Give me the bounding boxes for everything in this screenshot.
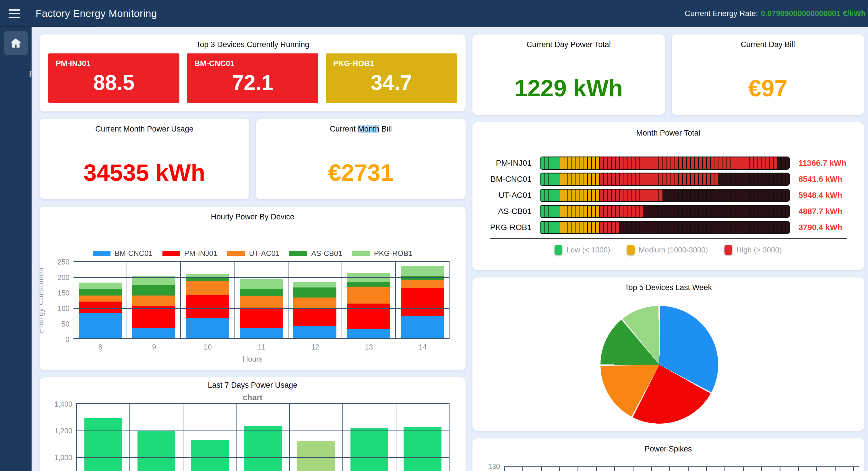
bar-segment	[722, 189, 726, 201]
bar-segment	[663, 222, 666, 233]
legend-label: BM-CNC01	[115, 249, 153, 258]
bar-segment	[612, 157, 615, 169]
bar-segment	[640, 189, 643, 201]
bar-segment	[540, 222, 544, 233]
gridline	[73, 293, 450, 293]
legend-label: AS-CB01	[311, 249, 342, 258]
axis-tick	[559, 467, 560, 471]
bar-segment	[786, 222, 789, 233]
bar-segment	[711, 189, 714, 201]
bar-segment	[766, 222, 770, 233]
bar-segment	[683, 206, 686, 217]
hourly-legend: BM-CNC01PM-INJ01UT-AC01AS-CB01PKG-ROB1	[40, 251, 466, 256]
month-stats-row: Current Month Power Usage 34535 kWh Curr…	[40, 119, 466, 199]
device-kwh-value: 11366.7 kWh	[799, 158, 853, 168]
bar-segment	[770, 206, 773, 217]
rate-label: Current Energy Rate:	[685, 9, 758, 18]
bar-segment	[742, 174, 746, 185]
right-column: Current Day Power Total 1229 kWh Current…	[472, 34, 864, 471]
bar-segment	[707, 189, 710, 201]
bar-segment	[667, 157, 671, 169]
bar-segment	[564, 189, 568, 201]
bar-segment	[691, 222, 694, 233]
device-label: UT-AC01	[482, 191, 532, 200]
sidebar-item-home[interactable]	[4, 31, 28, 55]
bar-segment-PKG-ROB1	[240, 279, 283, 290]
bar-segment	[746, 189, 750, 201]
bar-segment	[627, 157, 631, 169]
bar-segment	[616, 206, 619, 217]
bar-segment-PM-INJ01	[186, 295, 229, 318]
bar-segment	[731, 222, 734, 233]
bar-segment	[742, 206, 746, 217]
bar-segment	[627, 222, 631, 233]
bar-segment	[671, 206, 675, 217]
bar-segment	[683, 222, 686, 233]
bar-segment	[564, 206, 568, 217]
bar-group	[181, 262, 235, 338]
bar-segment	[738, 174, 742, 185]
bar-segment	[746, 206, 750, 217]
bar-segment-BM-CNC01	[347, 329, 390, 338]
x-tick: 13	[342, 343, 396, 351]
bar-segment	[612, 174, 615, 185]
bar-segment	[549, 189, 552, 201]
bar-segment	[726, 174, 730, 185]
bar-segment	[552, 222, 556, 233]
bar-segment	[675, 174, 679, 185]
bar-segment	[750, 189, 753, 201]
bar-segment	[651, 189, 655, 201]
bar-segment	[659, 174, 662, 185]
bar-segment	[694, 206, 698, 217]
bar-segment-UT-AC01	[293, 297, 336, 308]
bar-segment	[651, 206, 655, 217]
y-tick: 1,000	[54, 453, 72, 462]
bar-segment	[643, 206, 647, 217]
bar-segment	[718, 222, 722, 233]
bar-segment	[631, 189, 635, 201]
bar-segment	[647, 222, 651, 233]
legend-label: PKG-ROB1	[374, 249, 412, 258]
menu-icon[interactable]	[9, 9, 20, 18]
bar-segment	[643, 222, 647, 233]
bar-segment	[703, 206, 706, 217]
bar-segment	[731, 157, 734, 169]
legend-swatch	[227, 251, 245, 256]
bar-segment	[770, 157, 773, 169]
bar-segment	[576, 174, 580, 185]
bar-segment	[718, 206, 722, 217]
bar-segment	[679, 157, 682, 169]
bar-segment-PM-INJ01	[401, 288, 444, 316]
device-tile: BM-CNC0172.1	[187, 53, 318, 103]
bar-segment-PKG-ROB1	[401, 266, 444, 276]
month-total-rows: PM-INJ0111366.7 kWhBM-CNC018541.6 kWhUT-…	[472, 156, 864, 234]
bar-segment	[766, 174, 770, 185]
bar-segment	[572, 222, 576, 233]
bar-segment	[627, 206, 631, 217]
bar-segment	[627, 189, 631, 201]
y-tick: 1,200	[54, 427, 72, 435]
bar-segment	[675, 206, 679, 217]
y-axis-label: Energy Consumed	[40, 267, 45, 333]
current-month-power-usage-card: Current Month Power Usage 34535 kWh	[40, 119, 249, 199]
bar-segment	[718, 157, 722, 169]
bar-segment	[774, 174, 777, 185]
axis-tick	[853, 467, 854, 471]
y-tick: 1,400	[54, 400, 72, 408]
bar-segment	[762, 174, 766, 185]
legend-label: Low (< 1000)	[566, 245, 610, 255]
bar-segment	[596, 222, 599, 233]
x-tick: 12	[288, 343, 342, 351]
bar-segment	[742, 222, 746, 233]
bar-segment	[647, 189, 651, 201]
bar-segment	[782, 157, 785, 169]
bar-segment	[663, 157, 666, 169]
bar-segment	[722, 206, 726, 217]
bar-segment	[671, 189, 675, 201]
bar-segment	[734, 206, 738, 217]
bar-segment	[568, 222, 571, 233]
bar-segment	[758, 206, 762, 217]
x-tick: 11	[235, 343, 288, 351]
bar-segment	[679, 189, 682, 201]
bar-segment	[734, 222, 738, 233]
